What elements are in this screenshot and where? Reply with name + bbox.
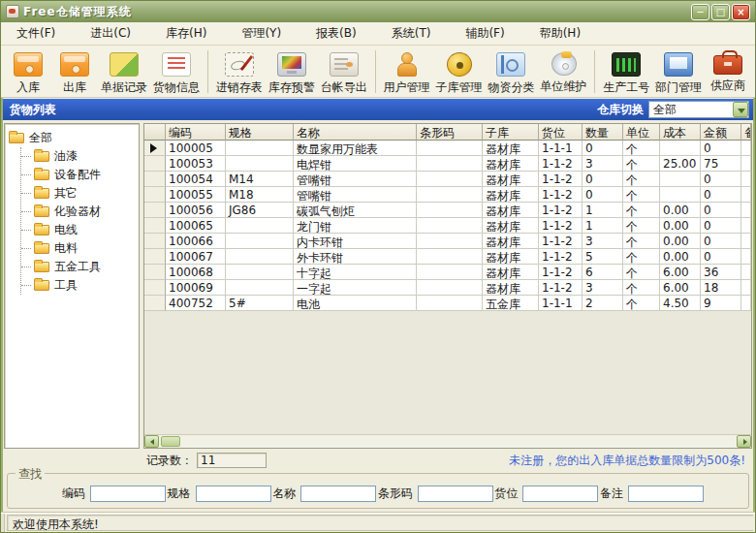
title-bar[interactable]: Free仓储管理系统 ─ □ × [1,1,755,22]
goods-info-button[interactable]: 货物信息 [150,47,203,96]
material-category-button[interactable]: 物资分类 [485,47,537,96]
table-row[interactable]: 100005数显家用万能表器材库1-1-10个0 [144,141,751,156]
table-row[interactable]: 100054M14管嘴钳器材库1-1-20个0 [144,172,751,187]
supplier-button[interactable]: 供应商 [705,47,751,96]
column-header[interactable]: 备注 [741,124,751,141]
table-cell [226,249,294,265]
minimize-button[interactable]: ─ [691,4,709,20]
tree-item[interactable]: 其它 [21,184,135,203]
table-row[interactable]: 100056JG86碳弧气刨炬器材库1-1-21个0.000 [144,203,751,218]
folder-icon [34,280,49,291]
menu-item-system[interactable]: 系统(T) [382,22,441,45]
table-row[interactable]: 100066内卡环钳器材库1-1-23个0.000 [144,234,751,249]
column-header[interactable]: 子库 [483,124,539,141]
search-input-spec[interactable] [196,486,271,502]
warehouse-combobox[interactable]: 全部 [648,101,749,118]
menu-item-help[interactable]: 帮助(H) [530,22,590,45]
stock-alert-button[interactable]: 库存预警 [266,47,318,96]
table-cell: 0.00 [660,218,701,234]
column-header[interactable]: 成本 [660,124,701,141]
row-selector[interactable] [144,187,166,203]
close-button[interactable]: × [732,4,750,20]
row-selector[interactable] [144,141,166,156]
tree-item[interactable]: 电线 [21,221,135,239]
table-cell [741,265,751,280]
receipt-record-button[interactable]: 单据记录 [98,47,150,96]
production-no-button[interactable]: 生产工号 [600,47,652,96]
menu-item-stock[interactable]: 库存(H) [156,22,216,45]
search-input-barcode[interactable] [418,486,493,502]
scroll-right-arrow-icon[interactable] [737,435,751,448]
row-selector[interactable] [144,234,166,249]
row-selector[interactable] [144,156,166,172]
table-row[interactable]: 100069一字起器材库1-1-23个6.0018 [144,280,751,296]
tree-item[interactable]: 五金工具 [21,258,135,276]
tree-item[interactable]: 油漆 [21,147,135,166]
row-selector[interactable] [144,172,166,187]
search-input-code[interactable] [90,486,166,502]
tree-item-root[interactable]: 全部 [9,129,135,147]
search-input-name[interactable] [300,486,376,502]
menu-item-inout[interactable]: 进出(C) [80,22,141,45]
menu-item-assist[interactable]: 辅助(F) [456,22,514,45]
table-row[interactable]: 100055M18管嘴钳器材库1-1-20个0 [144,187,751,203]
department-button[interactable]: 部门管理 [652,47,705,96]
row-selector[interactable] [144,218,166,234]
outbound-button[interactable]: 出库 [51,47,98,96]
table-row[interactable]: 100065龙门钳器材库1-1-21个0.000 [144,218,751,234]
chevron-down-icon[interactable] [733,102,748,117]
table-row[interactable]: 100053电焊钳器材库1-1-23个25.0075 [144,156,751,172]
unregistered-notice: 未注册，您的出入库单据总数量限制为500条! [509,453,745,469]
table-row[interactable]: 100067外卡环钳器材库1-1-25个0.000 [144,249,751,265]
maximize-button[interactable]: □ [711,4,730,20]
row-selector[interactable] [144,280,166,296]
folder-icon [34,170,49,180]
sub-warehouse-button[interactable]: 子库管理 [432,47,485,96]
row-selector[interactable] [144,249,166,265]
menu-item-file[interactable]: 文件(F) [7,22,65,45]
search-input-remark[interactable] [628,486,704,502]
column-header[interactable]: 规格 [226,124,294,141]
column-header[interactable]: 金额 [701,124,741,141]
scroll-left-arrow-icon[interactable] [144,435,159,448]
tree-item[interactable]: 化验器材 [21,203,135,221]
column-header[interactable]: 名称 [294,124,417,141]
row-selector[interactable] [144,296,166,311]
table-cell: 0 [583,172,623,187]
search-field-remark: 备注 [600,486,704,502]
column-header[interactable]: 数量 [583,124,623,141]
toolbar-button-label: 部门管理 [655,79,702,96]
table-cell: 管嘴钳 [294,172,417,187]
sub-warehouse-icon [447,52,472,77]
record-count-label: 记录数： [146,453,193,469]
column-header[interactable]: 单位 [623,124,660,141]
table-cell [417,187,483,203]
table-cell [417,141,483,156]
menu-item-report[interactable]: 报表(B) [306,22,366,45]
menu-item-manage[interactable]: 管理(Y) [232,22,291,45]
table-cell: 1-1-2 [539,249,583,265]
table-cell: 器材库 [483,156,539,172]
tree-item[interactable]: 设备配件 [21,166,135,184]
table-row[interactable]: 100068十字起器材库1-1-26个6.0036 [144,265,751,280]
tree-item[interactable]: 电料 [21,239,135,258]
column-header[interactable]: 编码 [166,124,226,141]
toolbar-separator [594,50,595,93]
column-header[interactable]: 货位 [539,124,583,141]
horizontal-scrollbar[interactable] [144,434,751,448]
tree-item[interactable]: 工具 [21,276,135,295]
column-header[interactable]: 条形码 [417,124,483,141]
scrollbar-thumb[interactable] [161,436,180,447]
table-cell [741,234,751,249]
inventory-report-button[interactable]: 进销存表 [213,47,266,96]
table-row[interactable]: 4007525#电池五金库1-1-12个4.509 [144,296,751,311]
table-cell: 龙门钳 [294,218,417,234]
row-selector[interactable] [144,203,166,218]
row-selector[interactable] [144,265,166,280]
unit-maintenance-button[interactable]: 单位维护 [537,47,589,96]
search-input-slot[interactable] [522,486,598,502]
search-field-slot: 货位 [494,486,598,502]
ledger-export-button[interactable]: 台帐导出 [318,47,370,96]
inbound-button[interactable]: 入库 [5,47,51,96]
user-management-button[interactable]: 用户管理 [381,47,433,96]
